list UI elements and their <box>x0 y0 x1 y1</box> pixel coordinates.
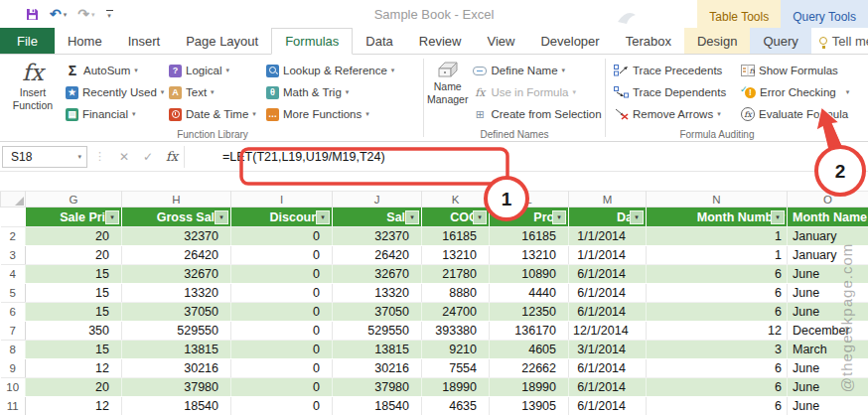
logical-button[interactable]: ?Logical▾ <box>164 60 261 81</box>
cell[interactable]: 3 <box>647 341 788 359</box>
cell[interactable]: 15 <box>26 265 122 284</box>
cell[interactable]: 136170 <box>490 322 569 341</box>
cell[interactable]: 12350 <box>490 303 569 322</box>
row-header[interactable]: 11 <box>1 397 26 415</box>
cell[interactable]: 6 <box>647 265 788 284</box>
filter-button[interactable]: ▾ <box>215 210 228 224</box>
cell[interactable]: 0 <box>231 341 333 359</box>
cell[interactable]: 0 <box>231 378 333 397</box>
cell[interactable]: 6/1/2014 <box>569 359 647 378</box>
cell[interactable]: 6/1/2014 <box>569 265 647 284</box>
column-header-J[interactable]: J <box>333 192 422 208</box>
header-sales[interactable]: Sales▾ <box>333 208 422 227</box>
cell[interactable]: 0 <box>231 265 333 284</box>
row-header[interactable]: 5 <box>1 284 26 303</box>
filter-button[interactable]: ▾ <box>771 210 785 224</box>
recently-used-button[interactable]: ★Recently Used▾ <box>61 81 164 103</box>
trace-precedents-button[interactable]: Trace Precedents <box>609 60 736 81</box>
tab-terabox[interactable]: Terabox <box>613 28 684 54</box>
cell[interactable]: 24700 <box>422 303 490 322</box>
evaluate-formula-button[interactable]: fx Evaluate Formula <box>736 103 865 125</box>
customize-quick-access-button[interactable]: ▾ <box>106 10 113 19</box>
cell[interactable]: 0 <box>231 284 333 303</box>
header-discounts[interactable]: Discounts▾ <box>231 208 333 227</box>
row-header[interactable]: 3 <box>1 246 26 265</box>
filter-button[interactable]: ▾ <box>473 210 487 224</box>
cell[interactable]: 6 <box>647 359 788 378</box>
row-header[interactable]: 1 <box>1 208 26 227</box>
cell[interactable]: 0 <box>231 359 333 378</box>
header-sale-price[interactable]: Sale Price▾ <box>26 208 122 227</box>
cell[interactable]: 13210 <box>422 246 490 265</box>
cell[interactable]: 1/1/2014 <box>569 227 647 246</box>
cell[interactable]: 12/1/2014 <box>569 322 647 341</box>
cell[interactable]: June <box>788 265 868 284</box>
header-date[interactable]: Date▾ <box>569 208 647 227</box>
cell[interactable]: March <box>788 341 868 359</box>
tab-design[interactable]: Design <box>684 28 750 54</box>
cell[interactable]: 18990 <box>490 378 569 397</box>
trace-dependents-button[interactable]: Trace Dependents <box>609 81 736 103</box>
cell[interactable]: 32370 <box>333 227 422 246</box>
tab-file[interactable]: File <box>0 28 55 54</box>
cell[interactable]: 6 <box>647 378 788 397</box>
financial-button[interactable]: ▤Financial▾ <box>61 103 164 125</box>
cell[interactable]: 18990 <box>422 378 490 397</box>
cell[interactable]: 0 <box>231 397 333 415</box>
cell[interactable]: 13320 <box>333 284 422 303</box>
math-trig-button[interactable]: θMath & Trig▾ <box>261 81 420 103</box>
cell[interactable]: 37050 <box>333 303 422 322</box>
date-time-button[interactable]: Date & Time▾ <box>164 103 261 125</box>
cell[interactable]: 6/1/2014 <box>569 397 647 415</box>
cell[interactable]: 6/1/2014 <box>569 378 647 397</box>
header-gross-sales[interactable]: Gross Sales▾ <box>122 208 231 227</box>
confirm-entry-button[interactable]: ✓ <box>136 150 160 164</box>
cell[interactable]: 22662 <box>490 359 569 378</box>
lookup-reference-button[interactable]: Lookup & Reference▾ <box>261 60 420 81</box>
cell[interactable]: 529550 <box>122 322 231 341</box>
cell[interactable]: 6/1/2014 <box>569 303 647 322</box>
cell[interactable]: 3/1/2014 <box>569 341 647 359</box>
column-header-M[interactable]: M <box>569 192 647 208</box>
cell[interactable]: 12 <box>26 397 122 415</box>
cell[interactable]: 6/1/2014 <box>569 284 647 303</box>
row-header[interactable]: 6 <box>1 303 26 322</box>
header-profit[interactable]: Profit▾ <box>490 208 569 227</box>
name-manager-button[interactable]: Name Manager <box>427 58 468 128</box>
cell[interactable]: 9210 <box>422 341 490 359</box>
cell[interactable]: June <box>788 284 868 303</box>
row-header[interactable]: 4 <box>1 265 26 284</box>
formula-bar-splitter[interactable]: ⋮ <box>87 150 112 163</box>
cell[interactable]: June <box>788 359 868 378</box>
redo-button[interactable]: ↷▾ <box>77 7 94 21</box>
define-name-button[interactable]: Define Name▾ <box>468 60 606 81</box>
cell[interactable]: 529550 <box>333 322 422 341</box>
cell[interactable]: 37980 <box>333 378 422 397</box>
tab-data[interactable]: Data <box>353 28 405 54</box>
select-all-corner[interactable] <box>1 192 26 208</box>
cell[interactable]: 1 <box>647 246 788 265</box>
column-header-K[interactable]: K <box>422 192 490 208</box>
cell[interactable]: 13210 <box>490 246 569 265</box>
cell[interactable]: 10890 <box>490 265 569 284</box>
cell[interactable]: 18540 <box>333 397 422 415</box>
cell[interactable]: 4605 <box>490 341 569 359</box>
cell[interactable]: 15 <box>26 341 122 359</box>
column-header-O[interactable]: O <box>788 192 868 208</box>
cell[interactable]: 15 <box>26 284 122 303</box>
cell[interactable]: 0 <box>231 303 333 322</box>
cell[interactable]: 1 <box>647 227 788 246</box>
tab-insert[interactable]: Insert <box>115 28 174 54</box>
cell[interactable]: 32370 <box>122 227 231 246</box>
create-from-selection-button[interactable]: ⊞Create from Selection <box>468 103 606 125</box>
tab-home[interactable]: Home <box>55 28 115 54</box>
cell[interactable]: 30216 <box>333 359 422 378</box>
cell[interactable]: 4635 <box>422 397 490 415</box>
cell[interactable]: 8880 <box>422 284 490 303</box>
column-header-H[interactable]: H <box>122 192 231 208</box>
cell[interactable]: 37980 <box>122 378 231 397</box>
row-header[interactable]: 7 <box>1 322 26 341</box>
tab-page-layout[interactable]: Page Layout <box>173 28 271 54</box>
filter-button[interactable]: ▾ <box>405 210 419 224</box>
row-header[interactable]: 2 <box>1 227 26 246</box>
